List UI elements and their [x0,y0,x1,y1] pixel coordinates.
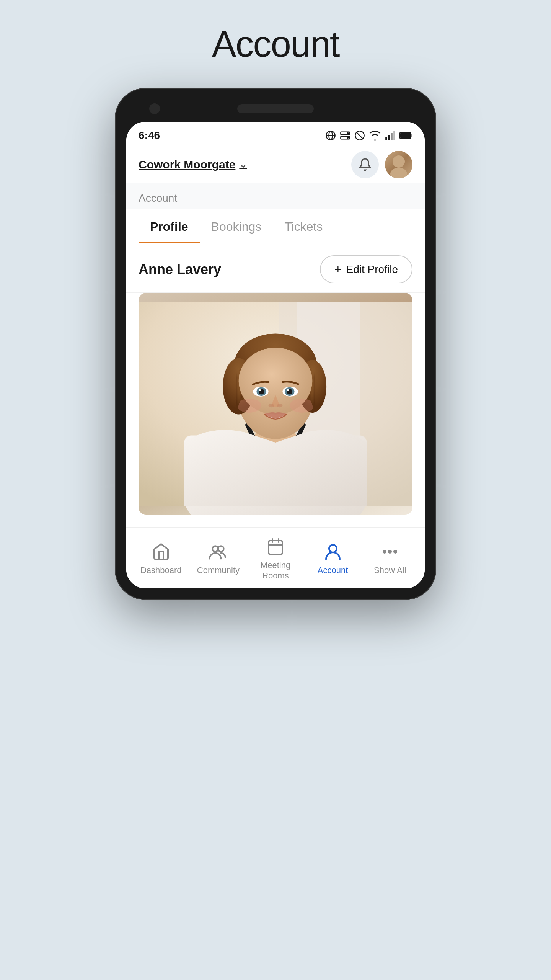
profile-photo [139,293,412,515]
svg-point-33 [259,389,261,391]
workspace-name: Cowork Moorgate [139,158,235,171]
account-icon [323,542,343,562]
profile-name: Anne Lavery [139,261,221,278]
phone-speaker [237,104,314,113]
svg-point-5 [347,133,348,134]
phone-screen: 6:46 [126,122,425,588]
app-header: Cowork Moorgate ⌄ [126,146,425,183]
nav-label-account: Account [318,565,348,575]
nav-label-meeting-rooms: MeetingRooms [261,560,290,581]
nav-item-community[interactable]: Community [195,542,241,575]
svg-point-50 [389,550,391,553]
svg-rect-10 [388,135,390,140]
more-icon [380,542,400,562]
community-icon [208,542,228,562]
svg-point-51 [394,550,396,553]
profile-header: Anne Lavery + Edit Profile [126,243,425,293]
edit-profile-button[interactable]: + Edit Profile [320,255,412,283]
avatar-image [385,151,412,178]
notifications-button[interactable] [351,151,379,178]
nav-item-meeting-rooms[interactable]: MeetingRooms [253,537,298,581]
tab-bookings[interactable]: Bookings [200,209,273,243]
page-title: Account [212,23,339,65]
bell-icon [358,158,372,172]
svg-point-42 [213,546,218,552]
tab-profile[interactable]: Profile [139,209,200,243]
svg-point-48 [329,545,337,552]
status-icons [325,130,412,141]
status-bar: 6:46 [126,122,425,146]
svg-rect-15 [401,133,410,138]
bottom-nav: Dashboard Community [126,527,425,588]
calendar-icon [266,537,285,557]
battery-icon [399,130,412,141]
svg-point-39 [277,404,283,407]
phone-camera [149,103,160,114]
chevron-down-icon: ⌄ [239,159,247,170]
svg-rect-12 [393,131,395,140]
workspace-selector[interactable]: Cowork Moorgate ⌄ [139,158,247,171]
home-icon [151,542,171,562]
svg-point-17 [390,168,407,178]
nav-item-account[interactable]: Account [310,542,356,575]
globe-icon [325,130,336,141]
svg-point-37 [287,389,289,391]
wifi-icon [369,130,381,141]
nav-item-dashboard[interactable]: Dashboard [138,542,184,575]
edit-profile-label: Edit Profile [346,263,398,276]
nav-label-dashboard: Dashboard [140,565,182,575]
svg-point-43 [218,546,224,552]
tabs-bar: Profile Bookings Tickets [126,209,425,243]
profile-image-illustration [139,293,412,515]
svg-point-40 [237,399,261,413]
account-section-label: Account [126,183,425,209]
avatar [385,151,412,178]
svg-rect-9 [385,137,387,140]
svg-point-16 [393,155,405,168]
no-interrupt-icon [354,130,365,141]
status-time: 6:46 [139,129,160,142]
nav-label-show-all: Show All [374,565,406,575]
svg-point-49 [383,550,386,553]
nav-label-community: Community [197,565,240,575]
svg-point-6 [347,137,348,138]
header-actions [351,151,412,178]
storage-icon [340,130,350,141]
profile-photo-container [126,293,425,527]
avatar-button[interactable] [385,151,412,178]
svg-point-41 [290,399,314,413]
nav-item-show-all[interactable]: Show All [367,542,413,575]
phone-frame: 6:46 [115,88,436,600]
signal-icon [385,130,396,141]
svg-point-38 [269,404,274,407]
plus-icon: + [334,262,342,276]
svg-line-8 [356,132,364,139]
svg-rect-44 [269,541,282,554]
tab-tickets[interactable]: Tickets [273,209,334,243]
svg-rect-11 [391,133,393,140]
